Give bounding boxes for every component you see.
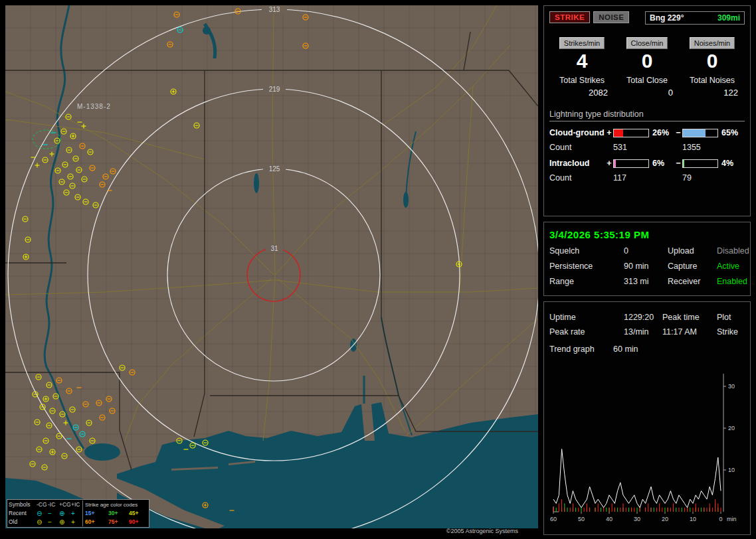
trend-graph-svg: 1020306050403020100min — [549, 359, 746, 526]
strike-map[interactable]: 313 219 125 31 M-1338-2 Symbols -CG -IC … — [5, 5, 538, 528]
range-label: Range — [549, 277, 624, 286]
peak-rate-value: 13/min — [624, 327, 662, 337]
cg-negative-count: 1355 — [682, 143, 718, 152]
upload-label: Upload — [668, 246, 717, 256]
svg-text:50: 50 — [578, 516, 585, 522]
ring-label-31: 31 — [270, 245, 278, 252]
strikes-per-min-button[interactable]: Strikes/min — [559, 37, 605, 49]
ring-label-125: 125 — [269, 165, 280, 173]
ic-positive-count: 117 — [613, 173, 649, 183]
status-row: Peak rate 13/min 11:17 AM Strike — [549, 327, 745, 337]
legend-recent-label: Recent — [9, 509, 37, 518]
age-90: 90+ — [127, 518, 147, 526]
close-per-min-button[interactable]: Close/min — [626, 37, 668, 49]
noises-column: Noises/min 0 Total Noises 122 — [680, 37, 745, 98]
settings-row: Range 313 mi Receiver Enabled — [549, 277, 745, 286]
total-noises-value: 122 — [680, 88, 745, 98]
ic-negative-pct: 4% — [718, 159, 741, 168]
svg-text:20: 20 — [728, 425, 735, 431]
plot-mode-value: Strike — [717, 327, 745, 337]
status-panel: STRIKE NOISE Bng 229° 309mi Strikes/min … — [543, 5, 751, 535]
svg-text:30: 30 — [634, 516, 640, 522]
trend-graph: 1020306050403020100min — [549, 359, 745, 529]
status-row: Uptime 1229:20 Peak time Plot — [549, 313, 745, 322]
cg-positive-pct: 26% — [649, 128, 674, 137]
upload-status: Disabled — [717, 246, 749, 256]
svg-text:20: 20 — [662, 516, 668, 522]
close-per-min-value: 0 — [614, 50, 680, 72]
bearing-readout: Bng 229° 309mi — [645, 11, 745, 25]
uptime-label: Uptime — [549, 313, 624, 322]
noise-toggle-button[interactable]: NOISE — [593, 11, 629, 23]
strikes-column: Strikes/min 4 Total Strikes 2082 — [549, 37, 614, 98]
cloud-ground-row: Cloud-ground + 26% − 65% — [549, 128, 745, 137]
strike-toggle-button[interactable]: STRIKE — [549, 11, 590, 23]
capture-status: Active — [717, 262, 745, 271]
noises-per-min-button[interactable]: Noises/min — [690, 37, 735, 49]
minus-sign: − — [674, 128, 682, 137]
noises-per-min-value: 0 — [680, 50, 745, 72]
cg-negative-pct: 65% — [718, 128, 741, 137]
total-noises-label: Total Noises — [680, 76, 745, 85]
cloud-ground-label: Cloud-ground — [549, 128, 605, 137]
ic-negative-bar — [682, 159, 718, 168]
capture-label: Capture — [668, 262, 717, 271]
receiver-status: Enabled — [717, 277, 747, 286]
cg-positive-bar — [613, 129, 649, 137]
trend-label-row: Trend graph 60 min — [549, 345, 745, 354]
receiver-label: Receiver — [668, 277, 717, 286]
squelch-value: 0 — [624, 246, 668, 256]
ic-positive-pct: 6% — [649, 159, 674, 168]
legend-col-ic-neg: -IC — [48, 501, 59, 509]
circle-plus-icon: ⊕ — [59, 518, 71, 526]
trend-graph-window: 60 min — [613, 345, 745, 354]
distribution-title: Lightning type distribution — [549, 110, 745, 121]
count-label: Count — [549, 143, 605, 152]
settings-row: Persistence 90 min Capture Active — [549, 262, 745, 271]
legend-old-label: Old — [9, 518, 37, 526]
copyright-text: ©2005 Astrogenic Systems — [5, 528, 538, 534]
map-svg: 313 219 125 31 M-1338-2 — [5, 5, 538, 528]
circle-plus-icon: ⊕ — [59, 509, 71, 518]
trend-section: Uptime 1229:20 Peak time Plot Peak rate … — [543, 301, 751, 535]
minus-icon: − — [48, 518, 59, 526]
trend-graph-label: Trend graph — [549, 345, 613, 354]
peak-time-label: Peak time — [662, 313, 717, 322]
persistence-label: Persistence — [549, 262, 624, 271]
intracloud-label: Intracloud — [549, 159, 605, 168]
legend-age-header: Strike age color codes — [82, 501, 147, 509]
plus-icon: + — [71, 518, 82, 526]
svg-text:30: 30 — [728, 383, 735, 390]
circle-minus-icon: ⊖ — [37, 509, 48, 518]
plus-sign: + — [605, 159, 613, 168]
age-45: 45+ — [127, 509, 147, 518]
bearing-value: Bng 229° — [650, 13, 684, 23]
total-strikes-value: 2082 — [549, 88, 614, 98]
close-column: Close/min 0 Total Close 0 — [614, 37, 680, 98]
circle-minus-icon: ⊖ — [37, 518, 48, 526]
age-15: 15+ — [82, 509, 106, 518]
datetime-display: 3/4/2026 5:35:19 PM — [549, 229, 745, 240]
plus-sign: + — [605, 128, 613, 137]
peak-time-value: 11:17 AM — [662, 327, 717, 337]
storm-cell-label: M-1338-2 — [77, 103, 111, 110]
intracloud-row: Intracloud + 6% − 4% — [549, 159, 745, 168]
total-close-label: Total Close — [614, 76, 680, 85]
strikes-per-min-value: 4 — [549, 50, 614, 72]
persistence-value: 90 min — [624, 262, 668, 271]
legend-col-cg-pos: +CG — [59, 501, 71, 509]
peak-rate-label: Peak rate — [549, 327, 624, 337]
age-30: 30+ — [106, 509, 127, 518]
bearing-distance: 309mi — [717, 13, 740, 23]
total-strikes-label: Total Strikes — [549, 76, 614, 85]
uptime-value: 1229:20 — [624, 313, 662, 322]
ic-positive-bar — [613, 159, 649, 168]
legend-col-cg-neg: -CG — [37, 501, 48, 509]
settings-section: 3/4/2026 5:35:19 PM Squelch 0 Upload Dis… — [543, 222, 751, 296]
total-close-value: 0 — [614, 88, 680, 98]
plot-label: Plot — [717, 313, 745, 322]
ring-label-313: 313 — [269, 6, 280, 13]
svg-text:10: 10 — [728, 467, 735, 473]
svg-text:10: 10 — [690, 516, 696, 522]
cg-positive-count: 531 — [613, 143, 649, 152]
